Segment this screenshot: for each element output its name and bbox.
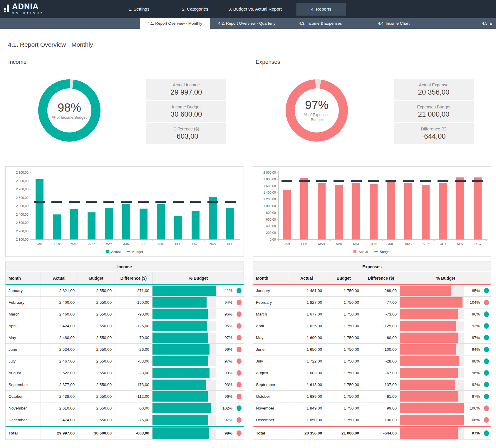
- actual-bar-mar: [318, 183, 326, 239]
- table-title-band: Income: [6, 261, 244, 272]
- y-axis-tick-label: 2 300,00: [7, 221, 29, 224]
- table-row: December1 850,001 750,00100,00106%: [253, 414, 491, 426]
- month-cell: November: [6, 402, 41, 414]
- pct-budget-bar-fill: [153, 333, 208, 343]
- expenses-overview: 97%% of Expenses BudgetActual Expense20 …: [253, 79, 491, 146]
- status-dot-cell: [481, 332, 492, 343]
- header-budget: Budget: [78, 272, 115, 284]
- sub-nav-tab-5[interactable]: 4.5. E: [482, 18, 492, 29]
- y-axis-tick-label: 2 600,00: [7, 196, 29, 199]
- top-nav-tab-1[interactable]: 1. Settings: [129, 0, 150, 18]
- pct-budget-bar-track: [400, 286, 464, 296]
- difference-cell: -28,00: [362, 355, 400, 367]
- pct-budget-bar-track: [153, 403, 216, 413]
- actual-cell: 1 690,00: [288, 332, 325, 343]
- pct-budget-value: 96%: [464, 308, 481, 320]
- x-axis-tick: [135, 239, 135, 241]
- pct-budget-bar-track: [400, 380, 464, 390]
- budget-cell: 1 750,00: [325, 308, 362, 320]
- status-dot: [484, 370, 489, 376]
- difference-cell: -67,00: [362, 367, 400, 379]
- difference-cell: -644,00: [362, 427, 400, 439]
- actual-cell: 1 827,00: [288, 297, 325, 308]
- budget-cell: 2 550,00: [78, 285, 115, 296]
- pct-budget-value: 93%: [464, 320, 481, 332]
- budget-dash-jan: [34, 201, 45, 203]
- header-month: Month: [6, 272, 41, 284]
- pct-budget-value: 97%: [464, 332, 481, 343]
- budget-cell: 1 750,00: [325, 285, 362, 296]
- month-cell: November: [253, 402, 288, 414]
- adnia-logo: ADNIA SOLUTIONS: [4, 2, 44, 15]
- top-nav-tab-2[interactable]: 2. Categories: [182, 0, 208, 18]
- pct-budget-bar-fill: [153, 286, 216, 296]
- pct-budget-value: 97%: [217, 414, 234, 426]
- actual-cell: 2 467,00: [41, 355, 78, 367]
- actual-bar-feb: [300, 178, 308, 239]
- pct-budget-bar-fill: [153, 297, 207, 308]
- table-row: July2 467,002 550,00-83,0097%: [6, 355, 244, 367]
- status-dot: [237, 335, 242, 340]
- budget-cell: 1 750,00: [325, 297, 362, 308]
- status-dot: [237, 417, 242, 423]
- sub-nav-tab-2[interactable]: 4.2. Report Overview - Quarterly: [218, 18, 275, 29]
- y-axis-tick-label: 0,00: [255, 238, 276, 241]
- difference-cell: -73,00: [362, 308, 400, 320]
- month-cell: April: [253, 320, 288, 332]
- pct-budget-bar-fill: [153, 356, 208, 366]
- stat-label: Actual Income: [173, 83, 200, 87]
- table-total-row: Total20 356,0021 000,00-644,0097%: [253, 426, 491, 440]
- budget-cell: 2 550,00: [78, 344, 115, 355]
- legend-budget-label: Budget: [132, 250, 143, 254]
- pct-budget-bar-fill: [400, 321, 456, 331]
- actual-bar-may: [105, 208, 113, 239]
- actual-bar-jun: [370, 184, 378, 239]
- status-dot: [237, 358, 242, 364]
- x-axis-month-label: SEP: [170, 242, 187, 246]
- status-dot-cell: [234, 344, 244, 355]
- budget-cell: 1 750,00: [325, 355, 362, 367]
- expenses-section-title: Expenses: [256, 58, 491, 65]
- pct-budget-bar-track: [400, 333, 464, 343]
- sub-nav-tabs: 4.1. Report Overview - Monthly4.2. Repor…: [0, 18, 496, 29]
- budget-cell: 30 600,00: [78, 427, 115, 439]
- donut-caption: % of Expenses Budget: [299, 113, 334, 123]
- stat-box: Actual Income29 997,00: [146, 79, 226, 100]
- actual-cell: 2 524,00: [41, 344, 78, 355]
- y-axis-tick-label: 800,00: [255, 211, 276, 214]
- status-dot-cell: [481, 402, 492, 414]
- stat-box: Actual Expense20 356,00: [394, 79, 474, 100]
- pct-budget-value: 98%: [217, 427, 234, 439]
- chart-legend: ActualBudget: [253, 250, 491, 254]
- month-cell: August: [6, 367, 41, 379]
- top-nav-tab-3[interactable]: 3. Budget vs. Actual Report: [228, 0, 282, 18]
- sub-nav-tab-4[interactable]: 4.4. Income Chart: [378, 18, 409, 29]
- status-dot-cell: [234, 308, 244, 320]
- top-nav-tab-4[interactable]: 4. Reports: [296, 3, 346, 16]
- actual-bar-jul: [140, 209, 148, 239]
- budget-dash-aug: [155, 201, 166, 203]
- status-dot: [237, 300, 242, 305]
- status-dot-cell: [234, 414, 244, 426]
- budget-dash-jun: [121, 201, 132, 203]
- status-dot-cell: [481, 355, 492, 367]
- pct-budget-bar-cell: [153, 285, 217, 296]
- top-nav-bar: ADNIA SOLUTIONS 1. Settings2. Categories…: [0, 0, 496, 18]
- budget-cell: 2 550,00: [78, 320, 115, 332]
- budget-dash-aug: [403, 180, 414, 182]
- budget-dash-apr: [86, 201, 97, 203]
- actual-cell: 1 613,00: [288, 379, 325, 390]
- sub-nav-tab-3[interactable]: 4.3. Income & Expenses: [299, 18, 342, 29]
- difference-cell: -173,00: [115, 379, 153, 390]
- sub-nav-tab-1[interactable]: 4.1. Report Overview - Monthly: [140, 18, 210, 29]
- legend-actual-label: Actual: [111, 250, 120, 254]
- brand-tagline: SOLUTIONS: [12, 11, 44, 15]
- pct-budget-bar-cell: [153, 379, 217, 390]
- budget-cell: 1 750,00: [325, 344, 362, 355]
- pct-budget-bar-cell: [400, 332, 464, 343]
- y-axis-line: [278, 171, 279, 239]
- month-cell: Total: [253, 427, 288, 439]
- pct-budget-bar-cell: [153, 391, 217, 402]
- page-title: 4.1. Report Overview - Monthly: [8, 41, 496, 48]
- difference-cell: -112,00: [115, 391, 153, 402]
